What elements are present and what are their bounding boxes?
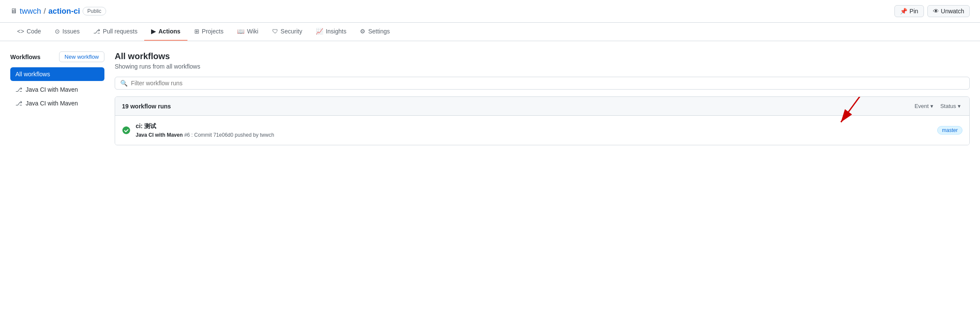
tab-pr-label: Pull requests: [103, 28, 137, 35]
settings-icon: ⚙: [360, 28, 365, 35]
svg-point-2: [122, 126, 130, 134]
runs-header: 19 workflow runs Event ▾ Status ▾: [115, 97, 969, 116]
new-workflow-button[interactable]: New workflow: [59, 51, 104, 62]
top-actions: 📌 Pin 👁 Unwatch: [894, 5, 970, 17]
event-filter-label: Event: [915, 103, 929, 109]
tab-insights[interactable]: 📈 Insights: [309, 23, 353, 41]
run-actor: twwch: [260, 132, 274, 138]
tab-settings-label: Settings: [368, 28, 390, 35]
repo-owner[interactable]: twwch: [20, 7, 41, 16]
tab-issues-label: Issues: [62, 28, 80, 35]
run-meta: Java CI with Maven #6 : Commit 71e06d0 p…: [136, 132, 932, 138]
run-status-success-icon: [122, 126, 131, 135]
sidebar-workflow-2[interactable]: ⎇ Java CI with Maven: [10, 96, 104, 110]
workflow-label-2: Java CI with Maven: [26, 100, 78, 107]
repo-name[interactable]: action-ci: [48, 7, 80, 16]
top-bar: 🖥 twwch / action-ci Public 📌 Pin 👁 Unwat…: [0, 0, 980, 23]
run-item: ci: 测试 Java CI with Maven #6 : Commit 71…: [115, 116, 969, 145]
visibility-badge: Public: [83, 7, 106, 15]
tab-code-label: Code: [27, 28, 41, 35]
run-commit-label: :: [191, 132, 194, 138]
tab-code[interactable]: <> Code: [10, 23, 48, 41]
main-content: Workflows New workflow All workflows ⎇ J…: [0, 41, 980, 156]
run-workflow-name: Java CI with Maven: [136, 132, 183, 138]
tab-actions[interactable]: ▶ Actions: [144, 23, 187, 41]
run-title[interactable]: ci: 测试: [136, 123, 932, 130]
content-title: All workflows: [115, 51, 970, 61]
code-icon: <>: [17, 28, 24, 35]
status-filter-button[interactable]: Status ▾: [938, 102, 962, 110]
sidebar: Workflows New workflow All workflows ⎇ J…: [10, 51, 104, 145]
tab-settings[interactable]: ⚙ Settings: [353, 23, 397, 41]
unwatch-button[interactable]: 👁 Unwatch: [927, 5, 970, 17]
projects-icon: ⊞: [194, 28, 199, 35]
run-pushed-by: pushed by: [235, 132, 260, 138]
tab-wiki-label: Wiki: [247, 28, 258, 35]
issues-icon: ⊙: [55, 28, 60, 35]
search-input[interactable]: [131, 80, 964, 87]
security-icon: 🛡: [272, 28, 278, 35]
actions-icon: ▶: [151, 28, 156, 35]
unwatch-label: Unwatch: [941, 8, 964, 15]
insights-icon: 📈: [316, 28, 323, 35]
pin-button[interactable]: 📌 Pin: [894, 5, 924, 17]
tab-actions-label: Actions: [158, 28, 180, 35]
tab-issues[interactable]: ⊙ Issues: [48, 23, 86, 41]
pr-icon: ⎇: [93, 28, 100, 35]
content-subtitle: Showing runs from all workflows: [115, 63, 970, 70]
run-number-text: #6: [184, 132, 190, 138]
sidebar-title: Workflows: [10, 54, 41, 60]
nav-tabs: <> Code ⊙ Issues ⎇ Pull requests ▶ Actio…: [0, 23, 980, 41]
filter-bar: 🔍: [115, 77, 970, 90]
tab-insights-label: Insights: [326, 28, 346, 35]
run-info: ci: 测试 Java CI with Maven #6 : Commit 71…: [136, 123, 932, 138]
status-filter-label: Status: [940, 103, 956, 109]
pin-label: Pin: [909, 8, 918, 15]
event-filter-button[interactable]: Event ▾: [913, 102, 935, 110]
repo-title: 🖥 twwch / action-ci Public: [10, 7, 106, 16]
run-title-text: ci: 测试: [136, 123, 156, 129]
eye-icon: 👁: [933, 8, 939, 15]
repo-separator: /: [44, 7, 46, 16]
repo-icon: 🖥: [10, 7, 17, 15]
tab-wiki[interactable]: 📖 Wiki: [230, 23, 265, 41]
status-filter-chevron: ▾: [958, 103, 961, 109]
sidebar-workflow-1[interactable]: ⎇ Java CI with Maven: [10, 83, 104, 96]
tab-security[interactable]: 🛡 Security: [265, 23, 309, 41]
workflow-icon-1: ⎇: [15, 86, 22, 93]
tab-security-label: Security: [281, 28, 303, 35]
runs-container: 19 workflow runs Event ▾ Status ▾: [115, 96, 970, 145]
branch-badge[interactable]: master: [937, 126, 962, 135]
pin-icon: 📌: [900, 8, 907, 15]
run-commit: Commit 71e06d0: [194, 132, 233, 138]
workflow-icon-2: ⎇: [15, 100, 22, 107]
content-area: All workflows Showing runs from all work…: [115, 51, 970, 145]
runs-count: 19 workflow runs: [122, 103, 171, 110]
workflow-label-1: Java CI with Maven: [26, 86, 78, 93]
wiki-icon: 📖: [237, 28, 244, 35]
sidebar-header: Workflows New workflow: [10, 51, 104, 62]
sidebar-all-workflows[interactable]: All workflows: [10, 67, 104, 81]
tab-projects[interactable]: ⊞ Projects: [187, 23, 231, 41]
search-icon: 🔍: [120, 80, 128, 87]
tab-projects-label: Projects: [202, 28, 224, 35]
event-filter-chevron: ▾: [930, 103, 933, 109]
tab-pull-requests[interactable]: ⎇ Pull requests: [86, 23, 144, 41]
runs-filters: Event ▾ Status ▾: [913, 102, 962, 110]
